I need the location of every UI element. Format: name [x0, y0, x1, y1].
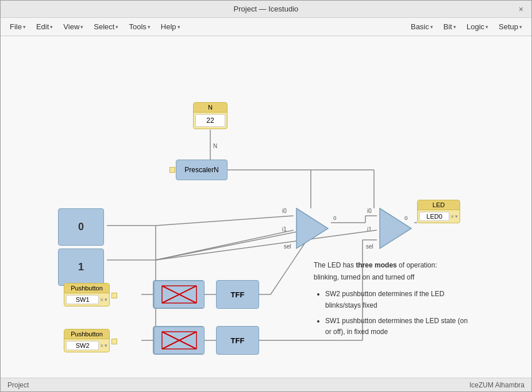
- menu-tools[interactable]: Tools ▾: [124, 20, 155, 33]
- menu-bit[interactable]: Bit ▾: [439, 20, 461, 33]
- window-title: Project — Icestudio: [17, 5, 515, 13]
- svg-text:i1: i1: [282, 226, 287, 232]
- svg-marker-35: [296, 208, 328, 249]
- main-window: Project — Icestudio × File ▾ Edit ▾ View…: [0, 0, 532, 392]
- pushbutton1-value-row: SW1 × ▾: [64, 293, 109, 306]
- svg-text:i0: i0: [367, 208, 372, 214]
- pushbutton1-header: Pushbutton: [64, 284, 109, 293]
- mux1-svg: [294, 205, 331, 251]
- led-x-button[interactable]: ×: [450, 214, 454, 220]
- chevron-down-icon: ▾: [519, 24, 522, 30]
- menu-select[interactable]: Select ▾: [89, 20, 123, 33]
- pushbutton2-block[interactable]: Pushbutton SW2 × ▾: [64, 329, 110, 352]
- debounce2-block[interactable]: [153, 326, 205, 355]
- chevron-down-icon: ▾: [148, 24, 151, 30]
- pushbutton2-header: Pushbutton: [64, 329, 109, 339]
- svg-line-11: [156, 230, 294, 260]
- chevron-down-icon: ▾: [50, 24, 53, 30]
- close-button[interactable]: ×: [515, 3, 527, 15]
- svg-text:o: o: [333, 215, 337, 221]
- debounce1-svg: [153, 280, 204, 309]
- menu-file[interactable]: File ▾: [5, 20, 30, 33]
- status-bar: Project IceZUM Alhambra: [1, 378, 531, 391]
- n-block-value[interactable]: 22: [195, 114, 225, 127]
- comment-line1: The LED has three modes of operation:: [314, 260, 475, 271]
- comment-bullet1: SW2 pushbutton determines if the LED bli…: [325, 289, 475, 311]
- prescaler-connector: [169, 167, 175, 173]
- pushbutton2-value-row: SW2 × ▾: [64, 339, 109, 352]
- debounce1-block[interactable]: [153, 280, 205, 309]
- pushbutton2-dropdown-icon[interactable]: ▾: [105, 343, 107, 348]
- n-block-header: N: [194, 103, 227, 112]
- menu-setup[interactable]: Setup ▾: [494, 20, 527, 33]
- debounce2-svg: [153, 326, 204, 355]
- chevron-down-icon: ▾: [453, 24, 456, 30]
- tff1-block[interactable]: TFF: [216, 280, 259, 309]
- prescaler-block[interactable]: PrescalerN: [176, 160, 228, 180]
- status-right: IceZUM Alhambra: [469, 381, 525, 389]
- pushbutton2-value-display: SW2: [66, 341, 99, 350]
- svg-line-33: [156, 230, 305, 260]
- canvas-area[interactable]: N i0 i1 o i0: [1, 36, 531, 378]
- chevron-down-icon: ▾: [115, 24, 118, 30]
- n-block[interactable]: N 22: [193, 102, 228, 129]
- menu-help[interactable]: Help ▾: [156, 20, 185, 33]
- tff2-block[interactable]: TFF: [216, 326, 259, 355]
- pushbutton1-block[interactable]: Pushbutton SW1 × ▾: [64, 283, 110, 306]
- chevron-down-icon: ▾: [23, 24, 26, 30]
- svg-text:sel: sel: [284, 243, 291, 250]
- svg-line-34: [156, 230, 377, 260]
- menu-view[interactable]: View ▾: [59, 20, 88, 33]
- menu-bar: File ▾ Edit ▾ View ▾ Select ▾ Tools ▾ He…: [1, 18, 531, 36]
- menu-basic[interactable]: Basic ▾: [406, 20, 438, 33]
- chevron-down-icon: ▾: [430, 24, 433, 30]
- chevron-down-icon: ▾: [178, 24, 180, 30]
- comment-box: The LED has three modes of operation: bl…: [314, 260, 475, 337]
- pushbutton1-connector: [111, 293, 117, 298]
- led-dropdown-icon[interactable]: ▾: [455, 214, 458, 219]
- svg-line-7: [156, 216, 294, 226]
- mux2-block[interactable]: [377, 205, 414, 251]
- svg-text:N: N: [213, 143, 217, 149]
- comment-bullet2: SW1 pushbutton determines the LED state …: [325, 316, 475, 337]
- led-value-display: LED0: [419, 212, 449, 221]
- chevron-down-icon: ▾: [80, 24, 83, 30]
- led-value-row: LED0 × ▾: [418, 210, 460, 223]
- pushbutton1-value-display: SW1: [66, 295, 99, 304]
- comment-list: SW2 pushbutton determines if the LED bli…: [314, 289, 475, 337]
- pushbutton1-x-button[interactable]: ×: [100, 297, 103, 303]
- svg-text:sel: sel: [366, 243, 373, 250]
- menu-right: Basic ▾ Bit ▾ Logic ▾ Setup ▾: [406, 20, 527, 33]
- svg-text:i0: i0: [282, 208, 287, 214]
- title-bar: Project — Icestudio ×: [1, 1, 531, 18]
- status-left: Project: [7, 381, 29, 389]
- led-block[interactable]: LED LED0 × ▾: [417, 200, 460, 223]
- pushbutton2-x-button[interactable]: ×: [100, 343, 103, 349]
- pushbutton2-connector: [111, 339, 117, 344]
- mux2-svg: [377, 205, 414, 251]
- svg-marker-36: [380, 208, 411, 249]
- pushbutton1-dropdown-icon[interactable]: ▾: [105, 297, 107, 302]
- svg-text:i1: i1: [367, 226, 372, 232]
- led-header: LED: [418, 200, 460, 210]
- menu-edit[interactable]: Edit ▾: [32, 20, 57, 33]
- comment-line2: blinking, turned on and turned off: [314, 272, 475, 283]
- input0-block[interactable]: 0: [58, 208, 104, 246]
- input1-block[interactable]: 1: [58, 249, 104, 286]
- mux1-block[interactable]: [294, 205, 331, 251]
- chevron-down-icon: ▾: [485, 24, 488, 30]
- menu-logic[interactable]: Logic ▾: [462, 20, 493, 33]
